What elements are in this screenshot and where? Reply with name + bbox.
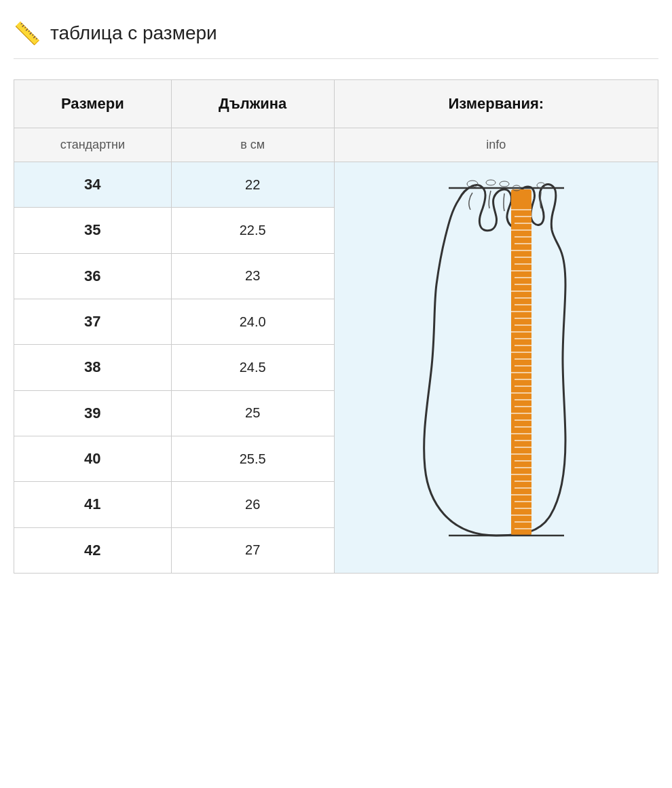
svg-point-52	[486, 180, 496, 185]
cell-length: 24.0	[171, 299, 334, 344]
cell-size: 39	[14, 390, 172, 436]
svg-rect-0	[511, 189, 531, 536]
ruler-icon: 📏	[14, 20, 41, 46]
cell-foot-illustration	[334, 162, 658, 574]
subheader-size: стандартни	[14, 128, 172, 162]
size-table: Размери Дължина Измервания: стандартни в…	[14, 79, 658, 574]
table-header-row: Размери Дължина Измервания:	[14, 80, 658, 128]
cell-size: 34	[14, 162, 172, 208]
cell-length: 23	[171, 253, 334, 299]
cell-size: 36	[14, 253, 172, 299]
subheader-info: info	[334, 128, 658, 162]
page-title: таблица с размери	[50, 22, 217, 44]
table-row: 3422	[14, 162, 658, 208]
col-header-size: Размери	[14, 80, 172, 128]
cell-size: 38	[14, 345, 172, 390]
subheader-length: в см	[171, 128, 334, 162]
svg-point-53	[500, 181, 509, 187]
page-header: 📏 таблица с размери	[14, 20, 658, 59]
cell-size: 41	[14, 482, 172, 527]
cell-size: 40	[14, 436, 172, 481]
cell-size: 42	[14, 527, 172, 573]
cell-size: 35	[14, 208, 172, 253]
cell-length: 22.5	[171, 208, 334, 253]
cell-length: 27	[171, 527, 334, 573]
cell-length: 25.5	[171, 436, 334, 481]
table-subheader-row: стандартни в см info	[14, 128, 658, 162]
cell-length: 22	[171, 162, 334, 208]
cell-length: 25	[171, 390, 334, 436]
col-header-length: Дължина	[171, 80, 334, 128]
cell-size: 37	[14, 299, 172, 344]
cell-length: 26	[171, 482, 334, 527]
cell-length: 24.5	[171, 345, 334, 390]
col-header-measurements: Измервания:	[334, 80, 658, 128]
